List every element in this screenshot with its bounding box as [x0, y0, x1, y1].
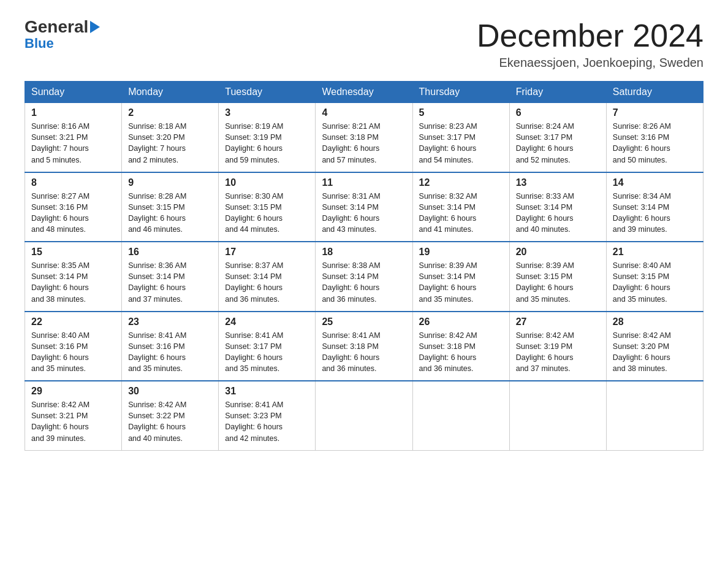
calendar-cell: [412, 381, 509, 450]
day-info: Sunrise: 8:23 AMSunset: 3:17 PMDaylight:…: [419, 121, 503, 166]
calendar-cell: 25 Sunrise: 8:41 AMSunset: 3:18 PMDaylig…: [316, 312, 412, 381]
day-info: Sunrise: 8:19 AMSunset: 3:19 PMDaylight:…: [225, 121, 309, 166]
day-info: Sunrise: 8:41 AMSunset: 3:16 PMDaylight:…: [128, 330, 212, 375]
day-number: 6: [516, 107, 600, 118]
calendar-cell: 22 Sunrise: 8:40 AMSunset: 3:16 PMDaylig…: [25, 312, 122, 381]
day-info: Sunrise: 8:16 AMSunset: 3:21 PMDaylight:…: [31, 121, 115, 166]
day-info: Sunrise: 8:33 AMSunset: 3:14 PMDaylight:…: [516, 191, 600, 236]
calendar-header-row: SundayMondayTuesdayWednesdayThursdayFrid…: [25, 82, 703, 103]
day-info: Sunrise: 8:24 AMSunset: 3:17 PMDaylight:…: [516, 121, 600, 166]
calendar-cell: 13 Sunrise: 8:33 AMSunset: 3:14 PMDaylig…: [509, 172, 606, 242]
day-info: Sunrise: 8:39 AMSunset: 3:15 PMDaylight:…: [516, 260, 600, 305]
calendar-cell: 7 Sunrise: 8:26 AMSunset: 3:16 PMDayligh…: [606, 103, 703, 172]
day-number: 23: [128, 316, 212, 327]
day-number: 21: [613, 247, 697, 258]
day-info: Sunrise: 8:35 AMSunset: 3:14 PMDaylight:…: [31, 260, 115, 305]
calendar-cell: 30 Sunrise: 8:42 AMSunset: 3:22 PMDaylig…: [122, 381, 219, 450]
calendar-cell: [606, 381, 703, 450]
day-info: Sunrise: 8:28 AMSunset: 3:15 PMDaylight:…: [128, 191, 212, 236]
calendar-week-row: 22 Sunrise: 8:40 AMSunset: 3:16 PMDaylig…: [25, 312, 703, 381]
day-number: 24: [225, 316, 309, 327]
day-info: Sunrise: 8:41 AMSunset: 3:17 PMDaylight:…: [225, 330, 309, 375]
day-info: Sunrise: 8:42 AMSunset: 3:21 PMDaylight:…: [31, 399, 115, 444]
day-number: 12: [419, 177, 503, 188]
calendar-cell: 8 Sunrise: 8:27 AMSunset: 3:16 PMDayligh…: [25, 172, 122, 242]
day-info: Sunrise: 8:39 AMSunset: 3:14 PMDaylight:…: [419, 260, 503, 305]
day-info: Sunrise: 8:41 AMSunset: 3:23 PMDaylight:…: [225, 399, 309, 444]
calendar-cell: 21 Sunrise: 8:40 AMSunset: 3:15 PMDaylig…: [606, 242, 703, 312]
calendar-cell: 31 Sunrise: 8:41 AMSunset: 3:23 PMDaylig…: [219, 381, 316, 450]
calendar-cell: 2 Sunrise: 8:18 AMSunset: 3:20 PMDayligh…: [122, 103, 219, 172]
day-info: Sunrise: 8:36 AMSunset: 3:14 PMDaylight:…: [128, 260, 212, 305]
day-info: Sunrise: 8:32 AMSunset: 3:14 PMDaylight:…: [419, 191, 503, 236]
day-number: 15: [31, 247, 115, 258]
calendar-cell: 10 Sunrise: 8:30 AMSunset: 3:15 PMDaylig…: [219, 172, 316, 242]
calendar-cell: 14 Sunrise: 8:34 AMSunset: 3:14 PMDaylig…: [606, 172, 703, 242]
day-number: 3: [225, 107, 309, 118]
day-number: 14: [613, 177, 697, 188]
calendar-cell: 29 Sunrise: 8:42 AMSunset: 3:21 PMDaylig…: [25, 381, 122, 450]
calendar-cell: 16 Sunrise: 8:36 AMSunset: 3:14 PMDaylig…: [122, 242, 219, 312]
day-info: Sunrise: 8:41 AMSunset: 3:18 PMDaylight:…: [322, 330, 406, 375]
day-of-week-header: Saturday: [606, 82, 703, 103]
day-info: Sunrise: 8:26 AMSunset: 3:16 PMDaylight:…: [613, 121, 697, 166]
day-number: 8: [31, 177, 115, 188]
logo: General Blue: [25, 18, 100, 50]
day-info: Sunrise: 8:42 AMSunset: 3:22 PMDaylight:…: [128, 399, 212, 444]
day-info: Sunrise: 8:42 AMSunset: 3:19 PMDaylight:…: [516, 330, 600, 375]
calendar-cell: 4 Sunrise: 8:21 AMSunset: 3:18 PMDayligh…: [316, 103, 412, 172]
calendar-week-row: 8 Sunrise: 8:27 AMSunset: 3:16 PMDayligh…: [25, 172, 703, 242]
day-number: 10: [225, 177, 309, 188]
day-number: 19: [419, 247, 503, 258]
day-info: Sunrise: 8:31 AMSunset: 3:14 PMDaylight:…: [322, 191, 406, 236]
calendar-cell: 24 Sunrise: 8:41 AMSunset: 3:17 PMDaylig…: [219, 312, 316, 381]
calendar-cell: 28 Sunrise: 8:42 AMSunset: 3:20 PMDaylig…: [606, 312, 703, 381]
calendar-cell: 15 Sunrise: 8:35 AMSunset: 3:14 PMDaylig…: [25, 242, 122, 312]
calendar-cell: 3 Sunrise: 8:19 AMSunset: 3:19 PMDayligh…: [219, 103, 316, 172]
title-block: December 2024 Ekenaessjoen, Joenkoeping,…: [477, 18, 703, 70]
calendar-cell: 1 Sunrise: 8:16 AMSunset: 3:21 PMDayligh…: [25, 103, 122, 172]
day-number: 30: [128, 386, 212, 397]
day-number: 4: [322, 107, 406, 118]
day-of-week-header: Wednesday: [316, 82, 412, 103]
day-number: 1: [31, 107, 115, 118]
logo-general-text: General: [25, 18, 100, 36]
day-number: 5: [419, 107, 503, 118]
day-info: Sunrise: 8:18 AMSunset: 3:20 PMDaylight:…: [128, 121, 212, 166]
day-number: 26: [419, 316, 503, 327]
logo-blue-text: Blue: [25, 37, 54, 50]
calendar-cell: [316, 381, 412, 450]
day-number: 25: [322, 316, 406, 327]
day-info: Sunrise: 8:42 AMSunset: 3:20 PMDaylight:…: [613, 330, 697, 375]
calendar-week-row: 15 Sunrise: 8:35 AMSunset: 3:14 PMDaylig…: [25, 242, 703, 312]
day-info: Sunrise: 8:38 AMSunset: 3:14 PMDaylight:…: [322, 260, 406, 305]
day-number: 29: [31, 386, 115, 397]
day-of-week-header: Sunday: [25, 82, 122, 103]
day-number: 27: [516, 316, 600, 327]
calendar-cell: 6 Sunrise: 8:24 AMSunset: 3:17 PMDayligh…: [509, 103, 606, 172]
day-number: 28: [613, 316, 697, 327]
day-number: 7: [613, 107, 697, 118]
day-info: Sunrise: 8:37 AMSunset: 3:14 PMDaylight:…: [225, 260, 309, 305]
calendar-cell: 20 Sunrise: 8:39 AMSunset: 3:15 PMDaylig…: [509, 242, 606, 312]
logo-arrow-icon: [90, 21, 100, 33]
calendar-week-row: 1 Sunrise: 8:16 AMSunset: 3:21 PMDayligh…: [25, 103, 703, 172]
calendar-cell: 5 Sunrise: 8:23 AMSunset: 3:17 PMDayligh…: [412, 103, 509, 172]
page-header: General Blue December 2024 Ekenaessjoen,…: [25, 18, 703, 70]
day-number: 31: [225, 386, 309, 397]
day-number: 9: [128, 177, 212, 188]
day-info: Sunrise: 8:42 AMSunset: 3:18 PMDaylight:…: [419, 330, 503, 375]
day-of-week-header: Tuesday: [219, 82, 316, 103]
day-number: 17: [225, 247, 309, 258]
calendar-cell: 11 Sunrise: 8:31 AMSunset: 3:14 PMDaylig…: [316, 172, 412, 242]
day-of-week-header: Thursday: [412, 82, 509, 103]
day-number: 20: [516, 247, 600, 258]
calendar-cell: 9 Sunrise: 8:28 AMSunset: 3:15 PMDayligh…: [122, 172, 219, 242]
calendar-table: SundayMondayTuesdayWednesdayThursdayFrid…: [25, 81, 703, 451]
month-year-title: December 2024: [477, 18, 703, 53]
location-subtitle: Ekenaessjoen, Joenkoeping, Sweden: [477, 56, 703, 70]
calendar-cell: 18 Sunrise: 8:38 AMSunset: 3:14 PMDaylig…: [316, 242, 412, 312]
day-number: 16: [128, 247, 212, 258]
calendar-cell: 19 Sunrise: 8:39 AMSunset: 3:14 PMDaylig…: [412, 242, 509, 312]
calendar-week-row: 29 Sunrise: 8:42 AMSunset: 3:21 PMDaylig…: [25, 381, 703, 450]
